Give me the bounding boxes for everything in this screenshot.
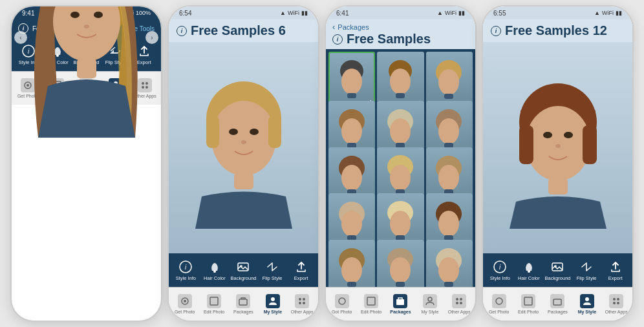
phone4-tab-packages-label: Packages (548, 310, 568, 314)
phone4-battery: ▮▮ (616, 10, 622, 16)
phone-2: 6:54 ▲ WiFi ▮▮ i Free Samples 6 (167, 5, 319, 322)
phone3-tab-my-style-label: My Style (421, 310, 438, 314)
phone4-tab-other-apps[interactable]: Other Apps (602, 294, 630, 314)
phone2-tab-packages-label: Packages (233, 310, 253, 314)
phone4-background-icon (550, 259, 565, 275)
phone3-tab-got-photo-icon (335, 294, 349, 308)
svg-point-51 (438, 69, 459, 95)
svg-point-109 (528, 270, 530, 273)
phone2-background-icon (235, 259, 251, 275)
svg-rect-29 (234, 173, 253, 189)
phone2-model-svg (179, 67, 308, 229)
svg-point-40 (299, 298, 301, 301)
phone3-back-chevron: ‹ (332, 22, 335, 32)
phone2-info-icon[interactable]: i (177, 26, 187, 36)
phone2-style-info-btn[interactable]: i Style Info (173, 259, 198, 281)
phone3-tab-other-apps[interactable]: Other Apps (445, 294, 473, 314)
grid-item-3[interactable]: 3 (426, 52, 473, 107)
svg-rect-89 (444, 282, 453, 287)
svg-rect-102 (583, 125, 597, 164)
svg-point-119 (617, 302, 619, 304)
phone3-tab-packages[interactable]: Packages (386, 294, 414, 314)
svg-text:i: i (185, 264, 187, 271)
phone1-model-svg (22, 5, 151, 138)
phone2-background-btn[interactable]: Background (231, 259, 255, 281)
phone4-tab-get-photo[interactable]: Get Photo (485, 294, 513, 314)
phone4-main: i Free Samples 12 (483, 19, 632, 321)
svg-point-94 (456, 298, 458, 301)
svg-rect-106 (548, 178, 568, 195)
phone2-tab-packages[interactable]: Packages (229, 294, 257, 314)
phone2-export-icon (294, 259, 309, 275)
phone3-tab-got-photo[interactable]: Got Photo (328, 294, 356, 314)
phone2-tab-packages-icon (236, 294, 250, 308)
grid-item-2[interactable]: 2 (377, 52, 424, 107)
phone3-back-row[interactable]: ‹ Packages (332, 22, 469, 32)
svg-point-100 (526, 106, 590, 181)
phone2-tab-edit-photo-icon (207, 294, 221, 308)
phone2-flip-style-btn[interactable]: Flip Style (260, 259, 284, 281)
svg-point-116 (613, 298, 616, 301)
grid-item-13[interactable]: 13 (328, 240, 375, 287)
phone4-export-btn[interactable]: Export (603, 259, 628, 281)
phone-4: 6:55 ▲ WiFi ▮▮ i Free Samples 12 (482, 5, 634, 322)
grid-face-15 (426, 240, 473, 287)
svg-point-48 (390, 69, 411, 94)
phone2-tab-other-apps-icon (295, 294, 309, 308)
phone2-tab-edit-photo[interactable]: Edit Photo (200, 294, 228, 314)
phone2-hair-color-icon (207, 259, 222, 275)
phone4-tab-get-photo-label: Get Photo (489, 310, 510, 314)
svg-rect-101 (519, 125, 533, 164)
phone3-main: ‹ Packages i Free Samples 1 2 (326, 19, 475, 321)
grid-face-14 (377, 240, 424, 287)
phone2-export-btn[interactable]: Export (289, 259, 314, 281)
phone4-hair-color-btn[interactable]: Hair Color (517, 259, 541, 281)
phone2-tab-my-style[interactable]: My Style (259, 294, 287, 314)
phone3-tab-my-style[interactable]: My Style (416, 294, 444, 314)
phone4-flip-style-btn[interactable]: Flip Style (574, 259, 599, 281)
phone2-tab-get-photo-label: Get Photo (175, 310, 195, 314)
phone2-export-label: Export (294, 276, 308, 281)
svg-point-60 (438, 118, 459, 144)
svg-point-85 (390, 257, 411, 283)
svg-point-4 (84, 25, 89, 28)
phone3-back-label: Packages (338, 23, 369, 31)
phone1-nav-left[interactable]: ‹ (14, 31, 27, 44)
svg-rect-86 (396, 282, 405, 287)
phone3-tab-other-apps-icon (452, 294, 466, 308)
phone2-photo-area (169, 42, 318, 253)
phone2-tab-other-apps[interactable]: Other Apps (288, 294, 316, 314)
phone4-info-icon[interactable]: i (491, 26, 501, 36)
svg-text:i: i (499, 264, 501, 271)
phone3-tab-edit-photo-icon (364, 294, 378, 308)
svg-rect-114 (553, 299, 561, 305)
grid-item-14[interactable]: 14 (377, 240, 424, 287)
phone3-time: 6:41 (336, 10, 349, 17)
phone4-tab-packages[interactable]: Packages (543, 294, 572, 314)
phone4-time: 6:55 (493, 10, 506, 17)
phone4-tab-edit-photo-label: Edit Photo (518, 310, 539, 314)
phone2-tab-my-style-icon (266, 294, 280, 308)
svg-point-43 (303, 302, 305, 304)
grid-item-15[interactable]: 15 (426, 240, 473, 287)
grid-face-1 (330, 53, 374, 105)
phone4-tab-other-apps-icon (609, 294, 623, 308)
svg-point-103 (543, 132, 552, 138)
phone2-tab-get-photo[interactable]: Get Photo (171, 294, 199, 314)
grid-item-1[interactable]: 1 (328, 52, 375, 107)
phone4-background-btn[interactable]: Background (545, 259, 570, 281)
phone4-hair-color-icon (521, 259, 537, 275)
phone3-tab-edit-photo[interactable]: Edit Photo (357, 294, 385, 314)
phone4-tab-edit-photo[interactable]: Edit Photo (514, 294, 542, 314)
svg-rect-49 (396, 93, 405, 98)
phone3-status-icons: ▲ WiFi ▮▮ (437, 10, 465, 16)
phone4-signal: ▲ (594, 10, 600, 16)
phone4-tab-bar: Get Photo Edit Photo Packages My Style (483, 287, 632, 321)
phone4-tab-my-style[interactable]: My Style (573, 294, 601, 314)
phone3-info-icon[interactable]: i (332, 34, 343, 45)
phone1-nav-right[interactable]: › (145, 31, 158, 44)
phone2-hair-color-btn[interactable]: Hair Color (202, 259, 227, 281)
svg-point-3 (94, 12, 103, 18)
phone4-style-info-btn[interactable]: i Style Info (488, 259, 512, 281)
phone3-wifi: WiFi (445, 10, 456, 16)
